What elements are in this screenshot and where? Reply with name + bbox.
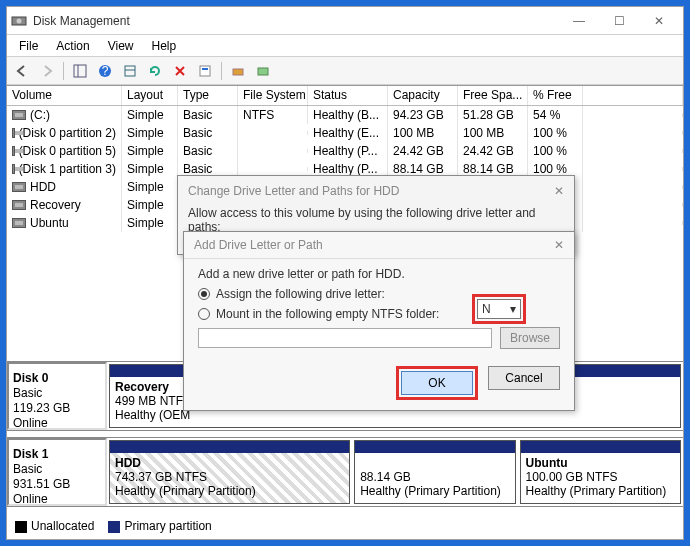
col-layout[interactable]: Layout	[122, 86, 178, 105]
volume-icon	[12, 146, 15, 156]
properties-button[interactable]	[194, 60, 216, 82]
volume-capacity: 94.23 GB	[388, 106, 458, 124]
ok-highlight: OK	[396, 366, 478, 400]
maximize-button[interactable]: ☐	[599, 9, 639, 33]
show-hide-tree-button[interactable]	[69, 60, 91, 82]
dlg2-close-button[interactable]: ✕	[554, 238, 564, 252]
partition-name: Recovery	[115, 380, 169, 394]
volume-icon	[12, 200, 26, 210]
volume-name: (C:)	[30, 108, 50, 122]
radio-mount-folder[interactable]	[198, 308, 210, 320]
svg-text:?: ?	[102, 64, 109, 78]
partition-sub: 88.14 GB	[360, 470, 411, 484]
svg-rect-6	[125, 66, 135, 76]
volume-icon	[12, 164, 15, 174]
partition-sub: 499 MB NTFS	[115, 394, 191, 408]
volume-free: 100 MB	[458, 124, 528, 142]
delete-button[interactable]	[169, 60, 191, 82]
volume-pfree: 100 %	[528, 124, 583, 142]
menu-help[interactable]: Help	[144, 37, 185, 55]
disk-button[interactable]	[227, 60, 249, 82]
partition-name: Ubuntu	[526, 456, 568, 470]
col-fs[interactable]: File System	[238, 86, 308, 105]
dlg2-title: Add Drive Letter or Path	[194, 238, 323, 252]
partition-status: Healthy (OEM	[115, 408, 190, 422]
partition-sub: 743.37 GB NTFS	[115, 470, 207, 484]
close-button[interactable]: ✕	[639, 9, 679, 33]
volume-layout: Simple	[122, 178, 178, 196]
volume-icon	[12, 128, 15, 138]
volume-type: Basic	[178, 106, 238, 124]
help-button[interactable]: ?	[94, 60, 116, 82]
volume-name: Recovery	[30, 198, 81, 212]
cancel-button[interactable]: Cancel	[488, 366, 560, 390]
col-capacity[interactable]: Capacity	[388, 86, 458, 105]
drive-letter-highlight: N ▾	[472, 294, 526, 324]
col-volume[interactable]: Volume	[7, 86, 122, 105]
volume-name: (Disk 0 partition 2)	[19, 126, 116, 140]
forward-button[interactable]	[36, 60, 58, 82]
volume-layout: Simple	[122, 214, 178, 232]
label-mount-folder: Mount in the following empty NTFS folder…	[216, 307, 439, 321]
partition-sub: 100.00 GB NTFS	[526, 470, 618, 484]
volume-layout: Simple	[122, 142, 178, 160]
partition[interactable]: Ubuntu 100.00 GB NTFS Healthy (Primary P…	[520, 440, 681, 504]
col-type[interactable]: Type	[178, 86, 238, 105]
menu-view[interactable]: View	[100, 37, 142, 55]
volume-name: Ubuntu	[30, 216, 69, 230]
volume-free: 51.28 GB	[458, 106, 528, 124]
volume-row[interactable]: (Disk 0 partition 2) Simple Basic Health…	[7, 124, 683, 142]
volume-layout: Simple	[122, 196, 178, 214]
disk-management-window: Disk Management — ☐ ✕ File Action View H…	[6, 6, 684, 540]
partition[interactable]: HDD 743.37 GB NTFS Healthy (Primary Part…	[109, 440, 350, 504]
volume-name: (Disk 1 partition 3)	[19, 162, 116, 176]
ok-button[interactable]: OK	[401, 371, 473, 395]
volume-type: Basic	[178, 124, 238, 142]
back-button[interactable]	[11, 60, 33, 82]
volume-layout: Simple	[122, 124, 178, 142]
volume-status: Healthy (E...	[308, 124, 388, 142]
minimize-button[interactable]: —	[559, 9, 599, 33]
disk-size: 931.51 GB	[13, 477, 101, 491]
dlg1-close-button[interactable]: ✕	[554, 184, 564, 198]
svg-rect-10	[233, 69, 243, 75]
svg-rect-2	[74, 65, 86, 77]
mount-folder-input[interactable]	[198, 328, 492, 348]
svg-rect-9	[202, 68, 208, 70]
volume-fs	[238, 149, 308, 153]
radio-assign-letter[interactable]	[198, 288, 210, 300]
settings-button[interactable]	[119, 60, 141, 82]
volume-type: Basic	[178, 142, 238, 160]
partition-name: HDD	[115, 456, 141, 470]
dlg1-title: Change Drive Letter and Paths for HDD	[188, 184, 399, 198]
col-free[interactable]: Free Spa...	[458, 86, 528, 105]
volume-list-header: Volume Layout Type File System Status Ca…	[7, 86, 683, 106]
volume-row[interactable]: (C:) Simple Basic NTFS Healthy (B... 94.…	[7, 106, 683, 124]
volume-capacity: 100 MB	[388, 124, 458, 142]
volume-icon	[12, 110, 26, 120]
window-title: Disk Management	[33, 14, 559, 28]
menu-file[interactable]: File	[11, 37, 46, 55]
partition[interactable]: 88.14 GB Healthy (Primary Partition)	[354, 440, 515, 504]
volume-pfree: 100 %	[528, 142, 583, 160]
volume-capacity: 24.42 GB	[388, 142, 458, 160]
disk-state: Online	[13, 492, 101, 506]
volume-free: 24.42 GB	[458, 142, 528, 160]
drive-letter-value: N	[482, 302, 491, 316]
volume-button[interactable]	[252, 60, 274, 82]
menu-action[interactable]: Action	[48, 37, 97, 55]
disk-label[interactable]: Disk 1 Basic 931.51 GB Online	[7, 438, 107, 506]
col-pfree[interactable]: % Free	[528, 86, 583, 105]
refresh-button[interactable]	[144, 60, 166, 82]
volume-fs	[238, 167, 308, 171]
volume-row[interactable]: (Disk 0 partition 5) Simple Basic Health…	[7, 142, 683, 160]
dlg2-description: Add a new drive letter or path for HDD.	[198, 267, 560, 281]
add-drive-letter-dialog: Add Drive Letter or Path ✕ Add a new dri…	[183, 231, 575, 411]
col-status[interactable]: Status	[308, 86, 388, 105]
drive-letter-select[interactable]: N ▾	[477, 299, 521, 319]
volume-icon	[12, 218, 26, 228]
label-assign-letter: Assign the following drive letter:	[216, 287, 385, 301]
volume-pfree: 54 %	[528, 106, 583, 124]
disk-label[interactable]: Disk 0 Basic 119.23 GB Online	[7, 362, 107, 430]
partition-status: Healthy (Primary Partition)	[360, 484, 501, 498]
